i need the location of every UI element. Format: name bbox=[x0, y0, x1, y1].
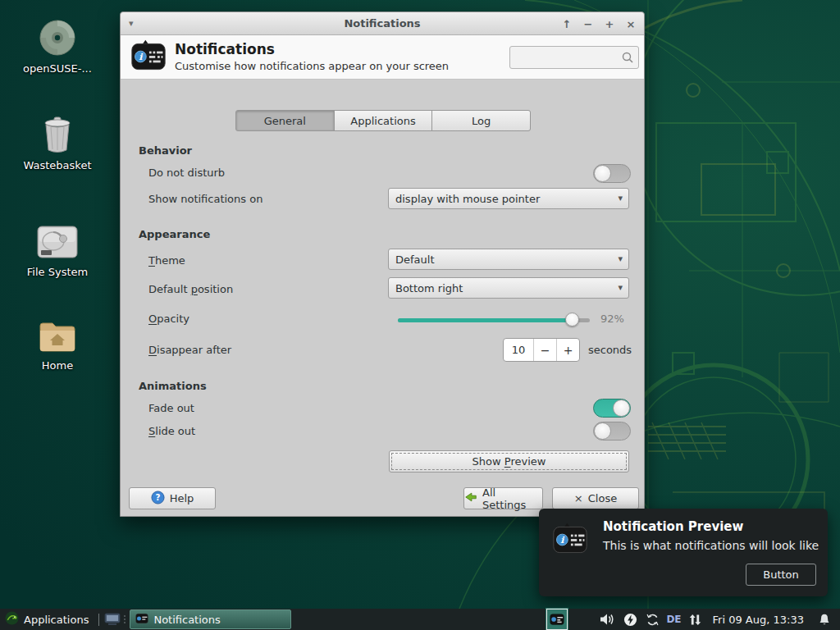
shade-button[interactable]: ↑ bbox=[560, 18, 573, 30]
system-tray: DE Fri 09 Aug, 13:33 bbox=[546, 609, 840, 630]
toggle-knob bbox=[613, 399, 630, 417]
tab-log[interactable]: Log bbox=[431, 110, 531, 131]
toggle-knob bbox=[594, 165, 611, 182]
label-slide-out: Slide out bbox=[148, 425, 195, 437]
disc-icon bbox=[12, 18, 103, 57]
volume-icon[interactable] bbox=[596, 613, 619, 626]
desktop-icon-home[interactable]: Home bbox=[12, 318, 103, 372]
icon-label: openSUSE-... bbox=[12, 62, 103, 75]
trash-icon bbox=[12, 115, 103, 154]
select-show-notifications-on[interactable]: display with mouse pointer ▾ bbox=[388, 188, 629, 209]
help-icon: ? bbox=[151, 491, 165, 507]
chevron-down-icon: ▾ bbox=[618, 282, 623, 293]
tab-bar: General Applications Log bbox=[235, 110, 531, 131]
window-menu-button[interactable]: ▾ bbox=[129, 18, 134, 29]
toggle-slide-out[interactable] bbox=[593, 422, 631, 441]
hard-drive-icon bbox=[12, 223, 103, 261]
desktop-icon-opensuse[interactable]: openSUSE-... bbox=[12, 18, 103, 75]
close-window-button[interactable]: × bbox=[624, 18, 637, 30]
dialog-title: Notifications bbox=[175, 41, 275, 57]
label-opacity: Opacity bbox=[148, 313, 189, 325]
close-x-icon: × bbox=[574, 492, 583, 504]
notifications-settings-window: ▾ Notifications ↑ − + × i Notifications bbox=[120, 11, 645, 517]
show-preview-button[interactable]: Show Preview bbox=[389, 450, 629, 472]
spin-increment-button[interactable]: + bbox=[556, 339, 579, 361]
seconds-unit-label: seconds bbox=[588, 344, 632, 356]
label-disappear-after: Disappear after bbox=[148, 344, 231, 356]
spin-decrement-button[interactable]: − bbox=[533, 339, 556, 361]
opacity-slider[interactable] bbox=[398, 313, 590, 327]
disappear-after-spinbox: 10 − + bbox=[503, 338, 580, 362]
section-appearance-heading: Appearance bbox=[139, 228, 210, 240]
tab-general[interactable]: General bbox=[235, 110, 335, 131]
search-icon bbox=[621, 51, 634, 67]
home-folder-icon bbox=[12, 318, 103, 354]
icon-label: Wastebasket bbox=[12, 159, 103, 171]
notification-popup[interactable]: i Notification Preview This is what noti… bbox=[539, 509, 828, 596]
popup-action-button[interactable]: Button bbox=[746, 564, 816, 586]
chevron-down-icon: ▾ bbox=[618, 193, 623, 203]
slider-handle[interactable] bbox=[565, 313, 579, 326]
dialog-subtitle: Customise how notifications appear on yo… bbox=[175, 60, 449, 72]
notification-icon: i bbox=[552, 522, 588, 561]
search-input[interactable] bbox=[509, 46, 639, 69]
select-default-position[interactable]: Bottom right ▾ bbox=[388, 277, 629, 299]
bell-icon[interactable] bbox=[812, 613, 837, 626]
all-settings-button[interactable]: All Settings bbox=[463, 487, 543, 509]
power-manager-icon[interactable] bbox=[619, 613, 641, 627]
network-arrows-icon[interactable] bbox=[685, 614, 706, 626]
popup-title: Notification Preview bbox=[603, 519, 743, 534]
sync-icon[interactable] bbox=[641, 613, 663, 627]
section-animations-heading: Animations bbox=[139, 380, 207, 392]
taskbar: Applications Notifications bbox=[0, 609, 840, 630]
icon-label: File System bbox=[12, 266, 103, 278]
toggle-fade-out[interactable] bbox=[593, 399, 631, 418]
dialog-body: General Applications Log Behavior Do not… bbox=[121, 80, 644, 517]
maximize-button[interactable]: + bbox=[603, 18, 616, 30]
select-value: Bottom right bbox=[395, 282, 463, 294]
label-do-not-disturb: Do not disturb bbox=[148, 167, 225, 179]
select-theme[interactable]: Default ▾ bbox=[388, 249, 629, 270]
opacity-value: 92% bbox=[600, 313, 624, 325]
spin-value[interactable]: 10 bbox=[504, 339, 533, 361]
show-desktop-icon[interactable] bbox=[104, 613, 121, 626]
select-value: display with mouse pointer bbox=[395, 193, 540, 205]
taskbar-separator bbox=[98, 614, 99, 626]
desktop-icon-wastebasket[interactable]: Wastebasket bbox=[12, 115, 103, 171]
applications-menu-button[interactable]: Applications bbox=[0, 609, 94, 630]
chevron-down-icon: ▾ bbox=[618, 253, 623, 264]
notification-app-icon: i bbox=[130, 39, 167, 78]
close-dialog-button[interactable]: × Close bbox=[552, 487, 639, 509]
clock[interactable]: Fri 09 Aug, 13:33 bbox=[706, 614, 812, 626]
label-fade-out: Fade out bbox=[148, 402, 194, 414]
toggle-do-not-disturb[interactable] bbox=[593, 164, 631, 183]
desktop-icon-file-system[interactable]: File System bbox=[12, 223, 103, 278]
select-value: Default bbox=[395, 253, 435, 266]
task-button-notifications[interactable]: Notifications bbox=[130, 609, 291, 629]
label-default-position: Default position bbox=[148, 283, 233, 295]
help-button[interactable]: ? Help bbox=[129, 487, 216, 509]
toggle-knob bbox=[594, 422, 611, 440]
notification-icon bbox=[135, 612, 148, 628]
popup-body: This is what notifications will look lik… bbox=[603, 539, 819, 552]
dialog-header: i Notifications Customise how notificati… bbox=[121, 35, 644, 80]
tasklist-drag-handle[interactable] bbox=[124, 615, 126, 623]
label-show-notifications-on: Show notifications on bbox=[148, 193, 262, 205]
section-behavior-heading: Behavior bbox=[139, 144, 192, 157]
svg-text:?: ? bbox=[155, 492, 160, 502]
keyboard-layout-indicator[interactable]: DE bbox=[663, 614, 684, 625]
icon-label: Home bbox=[12, 359, 103, 372]
back-arrow-icon bbox=[464, 491, 477, 506]
slider-fill bbox=[398, 318, 573, 322]
minimize-button[interactable]: − bbox=[582, 18, 595, 30]
tray-notification-icon[interactable] bbox=[546, 609, 568, 630]
tab-applications[interactable]: Applications bbox=[334, 110, 433, 131]
label-theme: Theme bbox=[148, 254, 185, 267]
titlebar[interactable]: ▾ Notifications ↑ − + × bbox=[121, 12, 644, 35]
opensuse-logo-icon bbox=[5, 611, 19, 628]
